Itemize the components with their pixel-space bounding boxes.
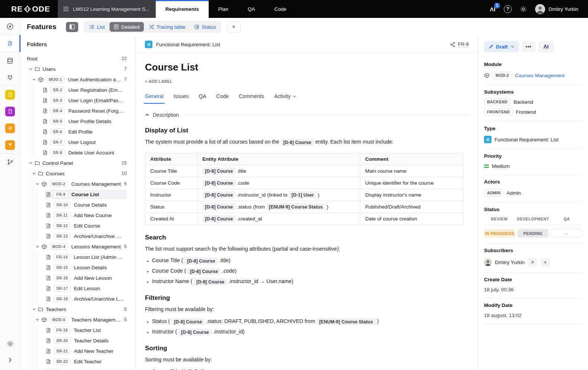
tree-item-sr-3[interactable]: SR-3User Login (Email/Password, Goog… — [20, 95, 136, 106]
status-badge-item[interactable]: - — [551, 229, 582, 238]
description-label: Description — [153, 112, 179, 118]
rail-item-compass[interactable] — [0, 18, 20, 35]
user-menu[interactable]: Dmitry Yurkin — [535, 4, 578, 14]
entity-reference-chip[interactable]: [ENUM-9] Course Status — [316, 318, 375, 325]
entity-reference-chip[interactable]: [ENUM-9] Course Status — [266, 203, 325, 210]
share-icon[interactable] — [450, 42, 455, 47]
rail-item-settings-gear[interactable] — [0, 336, 20, 351]
tree-item-sr-11[interactable]: SR-11Add New Course — [20, 210, 136, 220]
description-toggle[interactable]: Description — [145, 112, 469, 118]
ai-panel-button[interactable]: ΛI — [538, 41, 554, 52]
document-body: Course List + ADD LABEL GeneralIssuesQAC… — [136, 53, 478, 370]
tree-item-mod-4[interactable]: MOD-4Lessons Management5 — [20, 241, 136, 252]
tree-item-sr-21[interactable]: SR-21Add New Teacher — [20, 346, 136, 356]
rail-item-gear-orange[interactable] — [0, 120, 20, 137]
tree-item-label: Teacher Details — [74, 338, 108, 344]
tab-issues[interactable]: Issues — [174, 93, 189, 100]
entity-reference-chip[interactable]: [D-8] Course — [184, 257, 218, 264]
entity-reference-chip[interactable]: [D-8] Course — [202, 167, 235, 175]
entity-reference-chip[interactable]: [D-8] Course — [178, 329, 212, 336]
entity-reference-chip[interactable]: [D-8] Course — [202, 191, 235, 198]
tree-item-sr-7[interactable]: SR-7User Logout — [20, 137, 136, 147]
entity-reference-chip[interactable]: [D-8] Course — [202, 179, 235, 186]
tree-item-sr-17[interactable]: SR-17Edit Lesson — [20, 283, 136, 294]
rail-item-database[interactable] — [0, 52, 20, 69]
tree-guide-line — [30, 95, 30, 106]
view-button-tracing-table[interactable]: Tracing table — [145, 22, 190, 32]
more-actions-button[interactable]: ••• — [522, 41, 536, 52]
rail-item-requirements-document[interactable] — [0, 35, 20, 52]
top-tab-qa[interactable]: QA — [238, 0, 265, 18]
tree-item-sr-4[interactable]: SR-4Password Reset (Forgot Password) — [20, 106, 136, 116]
tree-item-control-panel[interactable]: Control Panel15 — [20, 158, 136, 168]
tree-item-sr-13[interactable]: SR-13Archive/Unarchive Course — [20, 231, 136, 241]
tree-item-partial[interactable] — [20, 367, 136, 370]
tree-item-sr-6[interactable]: SR-6Edit Profile — [20, 126, 136, 137]
document-icon — [46, 233, 51, 239]
module-link[interactable]: Courses Management — [515, 73, 565, 78]
tree-item-fr-19[interactable]: FR-19Teacher List — [20, 325, 136, 335]
settings-gear-icon[interactable] — [520, 6, 527, 13]
tab-qa[interactable]: QA — [199, 93, 206, 100]
tree-guide-line — [37, 189, 37, 200]
rail-item-pages-yellow[interactable] — [0, 86, 20, 103]
sidebar-toggle-button[interactable] — [66, 22, 78, 32]
status-badge-in-progress[interactable]: IN PROGRESS — [484, 229, 515, 238]
entity-reference-chip[interactable]: [D-8] Course — [187, 268, 221, 275]
view-button-list[interactable]: List — [85, 22, 109, 32]
view-switcher: ListDetailedTracing tableStatus — [84, 21, 221, 33]
rail-item-git-branch[interactable] — [0, 154, 20, 170]
add-view-button[interactable]: + — [227, 21, 241, 33]
view-button-detailed[interactable]: Detailed — [110, 22, 144, 32]
tree-item-root[interactable]: Root 22 — [20, 53, 136, 64]
tree-item-mod-1[interactable]: MOD-1User Authentication and Profile7 — [20, 74, 136, 85]
top-tab-plan[interactable]: Plan — [209, 0, 238, 18]
tree-item-sr-22[interactable]: SR-22Edit Teacher — [20, 356, 136, 367]
status-dropdown-button[interactable]: Draft — [484, 41, 519, 52]
app-logo[interactable]: REODE — [0, 0, 58, 18]
tree-item-courses[interactable]: Courses10 — [20, 168, 136, 179]
rail-item-plug[interactable] — [0, 69, 20, 86]
entity-reference-chip[interactable]: [D-8] Course — [171, 318, 205, 325]
project-selector[interactable]: LMS12 Learning Management S... — [58, 0, 156, 18]
tree-item-sr-20[interactable]: SR-20Teacher Details — [20, 335, 136, 346]
tree-item-sr-8[interactable]: SR-8Delete User Account — [20, 147, 136, 158]
tree-item-sr-5[interactable]: SR-5User Profile Details — [20, 116, 136, 126]
help-icon[interactable]: ? — [504, 5, 512, 13]
tree-item-teachers[interactable]: Teachers5 — [20, 304, 136, 314]
tree-item-fr-9[interactable]: FR-9Course List — [20, 189, 136, 200]
document-id[interactable]: FR-9 — [458, 41, 469, 48]
tab-comments[interactable]: Comments — [239, 93, 264, 100]
add-subscriber-button[interactable]: + — [540, 258, 550, 267]
remove-subscriber-button[interactable]: × — [528, 258, 537, 267]
module-section: Module MOD-2 Courses Management — [484, 57, 582, 85]
entity-reference-chip[interactable]: [D-1] User — [289, 191, 316, 198]
rail-item-sign-orange[interactable] — [0, 137, 20, 153]
tree-item-sr-16[interactable]: SR-16Add New Lesson — [20, 273, 136, 283]
tree-item-users[interactable]: Users7 — [20, 64, 136, 74]
tree-item-mod-2[interactable]: MOD-2Courses Management5 — [20, 179, 136, 189]
tree-guide-line — [33, 189, 34, 200]
tree-item-sr-15[interactable]: SR-15Lesson Details — [20, 262, 136, 273]
tab-code[interactable]: Code — [216, 93, 229, 100]
status-badge-pending[interactable]: PENDING — [518, 229, 549, 238]
tab-general[interactable]: General — [145, 93, 164, 100]
view-button-status[interactable]: Status — [190, 22, 220, 32]
tree-item-mod-5[interactable]: MOD-5Teachers Management5 — [20, 314, 136, 325]
add-label-button[interactable]: + ADD LABEL — [145, 79, 173, 84]
tree-item-sr-12[interactable]: SR-12Edit Course — [20, 220, 136, 231]
tree-item-fr-14[interactable]: FR-14Lesson List (Admin & Instructor) — [20, 252, 136, 262]
tree-item-sr-18[interactable]: SR-18Archive/Unarchive Lesson — [20, 294, 136, 304]
tab-activity[interactable]: Activity — [274, 93, 297, 100]
ai-assistant-button[interactable]: ΛI 1 — [490, 6, 496, 12]
tree-item-sr-2[interactable]: SR-2User Registration (Email/Password… — [20, 85, 136, 95]
tree-item-sr-10[interactable]: SR-10Course Details — [20, 200, 136, 210]
rail-item-collapse-chevron[interactable] — [0, 353, 20, 367]
entity-reference-chip[interactable]: [D-8] Course — [194, 278, 227, 285]
entity-reference-chip[interactable]: [D-8] Course — [202, 203, 235, 210]
top-tab-code[interactable]: Code — [265, 0, 296, 18]
entity-reference-chip[interactable]: [D-8] Course — [202, 215, 235, 222]
rail-item-pages-purple[interactable] — [0, 103, 20, 120]
top-tab-requirements[interactable]: Requirements — [156, 0, 209, 18]
entity-reference-chip[interactable]: [D-8] Course — [281, 139, 314, 146]
